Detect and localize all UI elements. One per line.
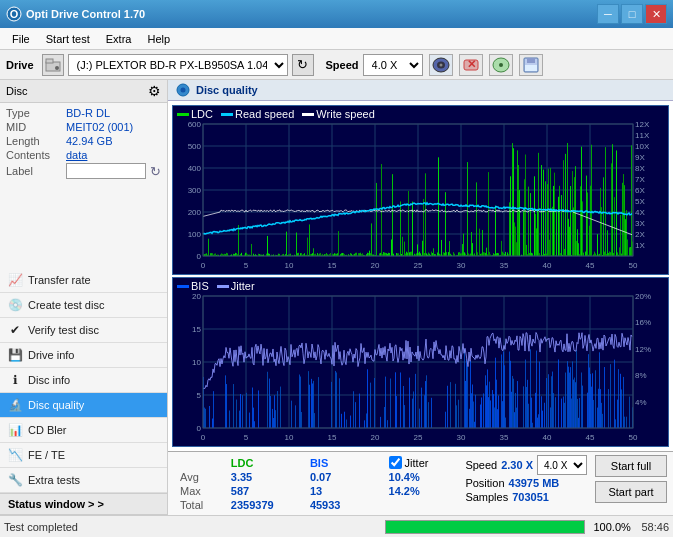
read-speed-legend-item: Read speed [221,108,294,120]
ldc-chart: LDC Read speed Write speed [172,105,669,275]
disc-section-header: Disc ⚙ [0,80,167,103]
app-title: Opti Drive Control 1.70 [26,8,595,20]
statusbar: Test completed 100.0% 58:46 [0,515,673,537]
verify-disc-icon: ✔ [8,323,22,337]
avg-label: Avg [174,470,225,484]
avg-jitter: 10.4% [383,470,458,484]
jitter-legend-color [217,285,229,288]
disc-info-icon: ℹ [8,373,22,387]
sidebar-item-cd-bler[interactable]: 📊 CD Bler [0,418,167,443]
drivebar: Drive (J:) PLEXTOR BD-R PX-LB950SA 1.04 … [0,50,673,80]
chart2-canvas [173,278,668,446]
sidebar-label-transfer-rate: Transfer rate [28,274,91,286]
sidebar-item-transfer-rate[interactable]: 📈 Transfer rate [0,268,167,293]
jitter-legend-label: Jitter [231,280,255,292]
mid-value: MEIT02 (001) [66,121,133,133]
toolbar-icon-2[interactable] [489,54,513,76]
speed-select[interactable]: 4.0 X [363,54,423,76]
speed-info-panel: Speed 2.30 X 4.0 X Position 43975 MB Sam… [465,455,587,503]
toolbar-icon-1[interactable] [429,54,453,76]
menu-file[interactable]: File [4,31,38,47]
svg-rect-3 [46,59,53,63]
total-label: Total [174,498,225,512]
drive-select[interactable]: (J:) PLEXTOR BD-R PX-LB950SA 1.04 [68,54,288,76]
create-disc-icon: 💿 [8,298,22,312]
ldc-legend-label: LDC [191,108,213,120]
sidebar-label-fe-te: FE / TE [28,449,65,461]
status-window-button[interactable]: Status window > > [0,494,167,515]
svg-point-16 [181,88,186,93]
content-area: Disc quality LDC Read speed Wri [168,80,673,515]
length-value: 42.94 GB [66,135,112,147]
svg-text:✕: ✕ [466,58,475,70]
close-button[interactable]: ✕ [645,4,667,24]
sidebar-item-disc-quality[interactable]: 🔬 Disc quality [0,393,167,418]
sidebar-label-cd-bler: CD Bler [28,424,67,436]
drive-browse-icon[interactable] [42,54,64,76]
content-header: Disc quality [168,80,673,101]
contents-value[interactable]: data [66,149,87,161]
sidebar-item-fe-te[interactable]: 📉 FE / TE [0,443,167,468]
bis-legend-item: BIS [177,280,209,292]
progress-bar-fill [386,521,584,533]
stats-area: LDC BIS Jitter Avg 3.35 0.07 [168,451,673,515]
max-bis: 13 [304,484,365,498]
position-label: Position [465,477,504,489]
avg-bis: 0.07 [304,470,365,484]
disc-options-icon[interactable]: ⚙ [148,83,161,99]
menu-help[interactable]: Help [139,31,178,47]
sidebar-item-create-test-disc[interactable]: 💿 Create test disc [0,293,167,318]
sidebar-label-disc-info: Disc info [28,374,70,386]
stats-table: LDC BIS Jitter Avg 3.35 0.07 [174,455,457,512]
speed-current-value: 2.30 X [501,459,533,471]
sidebar-item-extra-tests[interactable]: 🔧 Extra tests [0,468,167,493]
disc-header-label: Disc [6,85,27,97]
jitter-legend-item: Jitter [217,280,255,292]
toolbar-icon-erase[interactable]: ✕ [459,54,483,76]
svg-point-4 [55,66,59,70]
fe-te-icon: 📉 [8,448,22,462]
sidebar-item-verify-test-disc[interactable]: ✔ Verify test disc [0,318,167,343]
svg-rect-14 [525,65,537,71]
progress-bar [385,520,585,534]
sidebar-label-verify-test-disc: Verify test disc [28,324,99,336]
samples-label: Samples [465,491,508,503]
speed-select-dropdown[interactable]: 4.0 X [537,455,587,475]
label-input[interactable] [66,163,146,179]
minimize-button[interactable]: ─ [597,4,619,24]
label-refresh-icon[interactable]: ↻ [150,164,161,179]
drive-refresh-icon[interactable]: ↻ [292,54,314,76]
start-part-button[interactable]: Start part [595,481,667,503]
status-text: Test completed [4,521,377,533]
contents-label: Contents [6,149,66,161]
toolbar-icon-save[interactable] [519,54,543,76]
sidebar-item-drive-info[interactable]: 💾 Drive info [0,343,167,368]
start-full-button[interactable]: Start full [595,455,667,477]
sidebar-label-drive-info: Drive info [28,349,74,361]
drive-label: Drive [6,59,34,71]
bis-legend-label: BIS [191,280,209,292]
svg-point-11 [499,63,503,67]
cd-bler-icon: 📊 [8,423,22,437]
disc-info-panel: Type BD-R DL MID MEIT02 (001) Length 42.… [0,103,167,268]
sidebar-label-disc-quality: Disc quality [28,399,84,411]
write-speed-legend-item: Write speed [302,108,375,120]
menu-extra[interactable]: Extra [98,31,140,47]
time-label: 58:46 [641,521,669,533]
sidebar-label-create-test-disc: Create test disc [28,299,104,311]
sidebar-item-disc-info[interactable]: ℹ Disc info [0,368,167,393]
disc-quality-header-icon [176,83,190,97]
type-value: BD-R DL [66,107,110,119]
samples-value: 703051 [512,491,549,503]
bis-col-header: BIS [304,455,365,470]
menu-start-test[interactable]: Start test [38,31,98,47]
read-speed-legend-label: Read speed [235,108,294,120]
max-jitter: 14.2% [383,484,458,498]
speed-label-text: Speed [465,459,497,471]
titlebar: O Opti Drive Control 1.70 ─ □ ✕ [0,0,673,28]
disc-quality-icon: 🔬 [8,398,22,412]
drive-info-icon: 💾 [8,348,22,362]
max-ldc: 587 [225,484,304,498]
maximize-button[interactable]: □ [621,4,643,24]
jitter-checkbox[interactable] [389,456,402,469]
